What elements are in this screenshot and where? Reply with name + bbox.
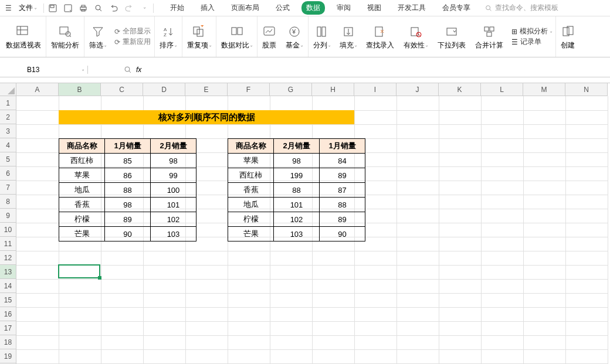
cell[interactable] bbox=[16, 321, 59, 335]
table-cell[interactable]: 88 bbox=[105, 183, 151, 198]
cell[interactable] bbox=[396, 293, 439, 307]
cell[interactable] bbox=[481, 349, 523, 363]
cell[interactable] bbox=[396, 209, 439, 223]
cell[interactable] bbox=[439, 279, 481, 293]
table-cell[interactable]: 102 bbox=[151, 212, 196, 227]
cell[interactable] bbox=[481, 195, 523, 209]
cell[interactable] bbox=[16, 195, 59, 209]
row-header-4[interactable]: 4 bbox=[0, 138, 16, 152]
cell[interactable] bbox=[439, 335, 481, 349]
cell[interactable] bbox=[270, 349, 312, 363]
qat-more-icon[interactable] bbox=[139, 3, 150, 13]
cell[interactable] bbox=[354, 307, 396, 321]
cell[interactable] bbox=[16, 349, 59, 363]
cell[interactable] bbox=[523, 152, 565, 166]
cell[interactable] bbox=[270, 335, 312, 349]
cell[interactable] bbox=[16, 152, 59, 166]
cell[interactable] bbox=[523, 223, 565, 237]
cell[interactable] bbox=[396, 152, 439, 166]
tab-6[interactable]: 视图 bbox=[362, 1, 386, 15]
data-compare-button[interactable]: 数据对比 bbox=[216, 16, 257, 57]
pivot-table-button[interactable]: 数据透视表 bbox=[1, 16, 46, 57]
cell[interactable] bbox=[185, 335, 228, 349]
cell[interactable] bbox=[143, 321, 185, 335]
cell[interactable] bbox=[101, 321, 143, 335]
cell[interactable] bbox=[439, 195, 481, 209]
show-all-button[interactable]: ⟳全部显示 bbox=[114, 26, 151, 36]
cell[interactable] bbox=[523, 96, 565, 110]
cell[interactable] bbox=[270, 307, 312, 321]
table-cell[interactable]: 103 bbox=[274, 227, 320, 241]
cell[interactable] bbox=[312, 307, 354, 321]
cell[interactable] bbox=[16, 307, 59, 321]
row-header-6[interactable]: 6 bbox=[0, 166, 16, 181]
table-cell[interactable]: 柠檬 bbox=[228, 212, 274, 227]
table-cell[interactable]: 88 bbox=[320, 198, 365, 212]
cell[interactable] bbox=[185, 124, 228, 138]
cell[interactable] bbox=[439, 321, 481, 335]
table-cell[interactable]: 地瓜 bbox=[59, 183, 105, 198]
cell[interactable] bbox=[396, 223, 439, 237]
cell[interactable] bbox=[565, 279, 608, 293]
cell[interactable] bbox=[481, 166, 523, 181]
table-cell[interactable]: 99 bbox=[151, 168, 196, 183]
select-all-corner[interactable] bbox=[0, 83, 16, 96]
row-header-12[interactable]: 12 bbox=[0, 251, 16, 265]
col-header-A[interactable]: A bbox=[16, 83, 59, 96]
table-cell[interactable]: 西红柿 bbox=[228, 168, 274, 183]
row-header-7[interactable]: 7 bbox=[0, 181, 16, 195]
cell[interactable] bbox=[565, 321, 608, 335]
cell[interactable] bbox=[59, 307, 101, 321]
text-to-columns-button[interactable]: 分列 bbox=[309, 16, 335, 57]
cell[interactable] bbox=[481, 124, 523, 138]
filter-button[interactable]: 筛选 bbox=[84, 16, 111, 57]
cell[interactable] bbox=[523, 181, 565, 195]
cell[interactable] bbox=[565, 349, 608, 363]
table-header[interactable]: 商品名称 bbox=[59, 139, 105, 154]
table-cell[interactable]: 苹果 bbox=[228, 154, 274, 168]
cell[interactable] bbox=[439, 166, 481, 181]
cell[interactable] bbox=[228, 251, 270, 265]
cell[interactable] bbox=[396, 195, 439, 209]
cell[interactable] bbox=[396, 335, 439, 349]
col-header-H[interactable]: H bbox=[312, 83, 354, 96]
table-row[interactable]: 柠檬10289 bbox=[228, 212, 365, 227]
cell[interactable] bbox=[101, 251, 143, 265]
find-entry-button[interactable]: 查找录入 bbox=[361, 16, 399, 57]
left-data-table[interactable]: 商品名称1月销量2月销量西红柿8598苹果8699地瓜88100香蕉98101柠… bbox=[59, 138, 196, 241]
table-cell[interactable]: 103 bbox=[151, 227, 196, 241]
consolidate-button[interactable]: 合并计算 bbox=[470, 16, 508, 57]
cell[interactable] bbox=[565, 237, 608, 251]
create-button[interactable]: 创建 bbox=[556, 16, 580, 57]
col-header-L[interactable]: L bbox=[481, 83, 523, 96]
fund-button[interactable]: ¥ 基金 bbox=[281, 16, 308, 57]
table-cell[interactable]: 西红柿 bbox=[59, 154, 105, 168]
table-row[interactable]: 苹果9884 bbox=[228, 154, 365, 168]
cell[interactable] bbox=[16, 138, 59, 152]
cell[interactable] bbox=[354, 279, 396, 293]
tab-7[interactable]: 开发工具 bbox=[393, 1, 431, 15]
cell[interactable] bbox=[396, 279, 439, 293]
cell[interactable] bbox=[481, 110, 523, 124]
cell[interactable] bbox=[16, 209, 59, 223]
cell[interactable] bbox=[185, 321, 228, 335]
table-header[interactable]: 2月销量 bbox=[274, 139, 320, 154]
row-header-13[interactable]: 13 bbox=[0, 265, 16, 279]
cell[interactable] bbox=[143, 293, 185, 307]
validation-button[interactable]: 有效性 bbox=[399, 16, 432, 57]
table-cell[interactable]: 地瓜 bbox=[228, 198, 274, 212]
cell[interactable] bbox=[312, 265, 354, 279]
cell[interactable] bbox=[143, 124, 185, 138]
table-cell[interactable]: 84 bbox=[320, 154, 365, 168]
cell[interactable] bbox=[396, 138, 439, 152]
cell[interactable] bbox=[228, 335, 270, 349]
row-header-9[interactable]: 9 bbox=[0, 209, 16, 223]
cell[interactable] bbox=[101, 307, 143, 321]
cell[interactable] bbox=[481, 237, 523, 251]
cell[interactable] bbox=[565, 251, 608, 265]
cell[interactable] bbox=[185, 96, 228, 110]
cell[interactable] bbox=[59, 124, 101, 138]
cell[interactable] bbox=[16, 223, 59, 237]
table-header[interactable]: 商品名称 bbox=[228, 139, 274, 154]
cell[interactable] bbox=[16, 293, 59, 307]
